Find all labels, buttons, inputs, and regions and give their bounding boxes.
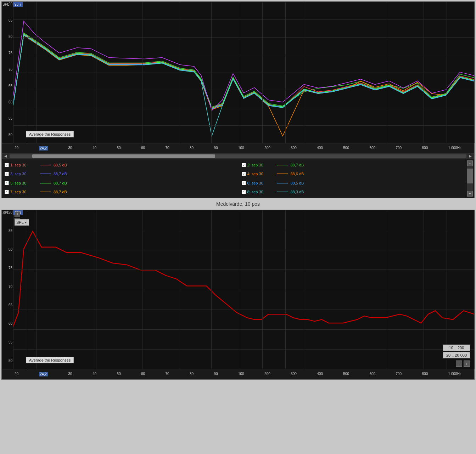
x-label-20: 20 xyxy=(15,146,18,151)
bottom-y-label-60: 60 xyxy=(2,322,12,325)
legend-item-6: ✓ 6: sep 30 88,5 dB xyxy=(242,179,472,187)
bx-label-500: 500 xyxy=(343,372,349,376)
legend-db-8: 88,3 dB xyxy=(291,190,310,194)
spl-label: SPL xyxy=(16,220,24,225)
bottom-zoom-row: − + xyxy=(456,361,470,367)
y-label-50: 50 xyxy=(2,133,12,137)
legend-checkbox-7[interactable]: ✓ xyxy=(5,190,9,194)
scroll-left-arrow[interactable]: ◀ xyxy=(3,154,8,158)
bottom-y-label-85: 85 xyxy=(2,229,12,233)
legend-db-7: 88,7 dB xyxy=(54,190,73,194)
legend-scroll-up-btn[interactable]: ▲ xyxy=(467,160,473,166)
bottom-x-axis-row: 20 24,2 30 40 50 60 70 80 90 100 200 300… xyxy=(2,369,474,379)
range-btn-20-20000[interactable]: 20 .. 20 000 xyxy=(443,352,470,358)
x-label-1000hz: 1 000Hz xyxy=(448,146,461,151)
x-label-242: 24,2 xyxy=(39,146,48,151)
bx-label-80: 80 xyxy=(190,372,194,376)
top-avg-button[interactable]: Average the Responses xyxy=(26,131,74,137)
x-label-300: 300 xyxy=(291,146,297,151)
range-btn-10-200[interactable]: 10 .. 200 xyxy=(443,345,470,351)
legend-line-6 xyxy=(277,183,288,183)
legend-line-2 xyxy=(277,165,288,165)
legend-line-4 xyxy=(277,174,288,174)
bottom-zoom-out-btn[interactable]: − xyxy=(456,361,462,367)
scroll-thumb xyxy=(32,154,215,158)
legend-item-8: ✓ 8: sep 30 88,3 dB xyxy=(242,188,472,196)
legend-line-3 xyxy=(40,174,51,174)
legend-line-8 xyxy=(277,192,288,192)
zoom-in-icon[interactable]: + xyxy=(15,211,20,217)
bx-label-700: 700 xyxy=(396,372,402,376)
legend-checkbox-3[interactable]: ✓ xyxy=(5,172,9,176)
legend-line-7 xyxy=(40,192,51,192)
bottom-y-label-70: 70 xyxy=(2,285,12,289)
legend-name-5: 5: sep 30 xyxy=(10,181,39,185)
legend-scroll-down-btn[interactable]: ▼ xyxy=(467,191,473,197)
legend-db-1: 88,5 dB xyxy=(54,163,73,167)
bx-label-100: 100 xyxy=(238,372,244,376)
range-buttons: 10 .. 200 20 .. 20 000 xyxy=(443,345,470,358)
bottom-y-label-50: 50 xyxy=(2,359,12,363)
bx-label-242: 24,2 xyxy=(39,372,48,376)
bottom-chart-area: SPL 93,7 90 85 80 75 70 65 60 55 50 xyxy=(2,210,474,369)
scroll-right-arrow[interactable]: ▶ xyxy=(468,154,473,158)
legend-name-6: 6: sep 30 xyxy=(247,181,276,185)
x-label-30: 30 xyxy=(68,146,72,151)
top-value-box: 93,7 xyxy=(13,2,23,7)
spl-dropdown[interactable]: SPL ▼ xyxy=(15,219,29,226)
legend-line-1 xyxy=(40,165,51,165)
legend-db-5: 88,7 dB xyxy=(54,181,73,185)
y-label-65: 65 xyxy=(2,84,12,88)
bx-label-60: 60 xyxy=(141,372,145,376)
legend-db-3: 88,7 dB xyxy=(54,172,73,176)
bottom-y-label-55: 55 xyxy=(2,341,12,344)
legend-scrollbar: ▲ ▼ xyxy=(467,160,473,197)
x-label-70: 70 xyxy=(165,146,169,151)
legend-item-1: ✓ 1: sep 30 88,5 dB xyxy=(5,161,235,169)
bottom-chart-svg xyxy=(13,210,474,369)
top-legend-area: ✓ 1: sep 30 88,5 dB ✓ 2: sep 30 88,7 dB … xyxy=(2,159,474,198)
legend-db-6: 88,5 dB xyxy=(291,181,310,185)
bx-label-30: 30 xyxy=(68,372,72,376)
x-label-90: 90 xyxy=(214,146,218,151)
x-label-80: 80 xyxy=(190,146,194,151)
legend-checkbox-4[interactable]: ✓ xyxy=(242,172,246,176)
bottom-chart-inner: + − SPL ▼ Average the Responses xyxy=(13,210,474,369)
legend-checkbox-2[interactable]: ✓ xyxy=(242,163,246,167)
top-x-axis-row: 20 24,2 30 40 50 60 70 80 90 100 200 300… xyxy=(2,143,474,153)
middle-label: Medelvärde, 10 pos xyxy=(1,198,475,210)
y-label-60: 60 xyxy=(2,101,12,104)
legend-item-5: ✓ 5: sep 30 88,7 dB xyxy=(5,179,235,187)
legend-scroll-thumb xyxy=(467,169,473,183)
legend-name-8: 8: sep 30 xyxy=(247,190,276,194)
bx-label-800: 800 xyxy=(422,372,428,376)
top-chart-section: SPL 93,7 90 85 80 75 70 65 60 55 50 xyxy=(1,1,475,198)
x-label-400: 400 xyxy=(317,146,323,151)
legend-checkbox-5[interactable]: ✓ xyxy=(5,181,9,185)
legend-line-5 xyxy=(40,183,51,183)
top-scrollbar-row: ◀ ▶ xyxy=(2,153,474,159)
scroll-track[interactable] xyxy=(10,154,466,158)
top-chart-inner: Average the Responses xyxy=(13,2,474,143)
bottom-y-axis: 90 85 80 75 70 65 60 55 50 xyxy=(2,210,13,369)
bottom-zoom-in-btn[interactable]: + xyxy=(464,361,470,367)
legend-checkbox-1[interactable]: ✓ xyxy=(5,163,9,167)
bottom-y-label-80: 80 xyxy=(2,248,12,251)
x-label-200: 200 xyxy=(264,146,270,151)
legend-item-4: ✓ 4: sep 30 88,6 dB xyxy=(242,170,472,178)
legend-name-2: 2: sep 30 xyxy=(247,163,276,167)
spl-dropdown-container: SPL ▼ xyxy=(15,219,29,226)
bottom-avg-button[interactable]: Average the Responses xyxy=(26,357,74,363)
x-label-500: 500 xyxy=(343,146,349,151)
legend-checkbox-8[interactable]: ✓ xyxy=(242,190,246,194)
y-label-85: 85 xyxy=(2,19,12,22)
y-label-75: 75 xyxy=(2,51,12,55)
x-label-800: 800 xyxy=(422,146,428,151)
bottom-y-label-90: 90 xyxy=(2,211,12,214)
top-chart-svg xyxy=(13,2,474,143)
bx-label-1000hz: 1 000Hz xyxy=(448,372,461,376)
legend-item-3: ✓ 3: sep 30 88,7 dB xyxy=(5,170,235,178)
legend-checkbox-6[interactable]: ✓ xyxy=(242,181,246,185)
bx-label-90: 90 xyxy=(214,372,218,376)
bx-label-600: 600 xyxy=(369,372,375,376)
